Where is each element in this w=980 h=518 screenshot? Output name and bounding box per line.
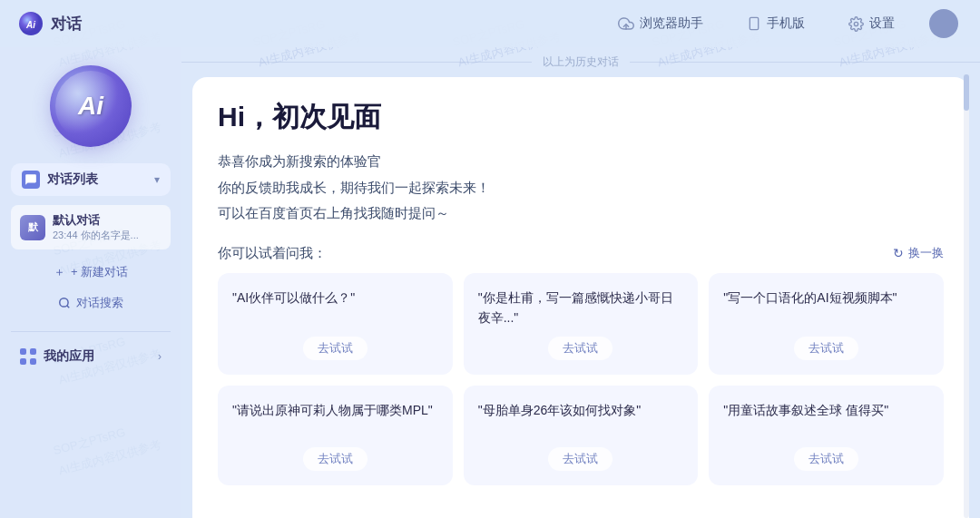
search-conv-button[interactable]: 对话搜索 <box>11 288 171 318</box>
settings-label: 设置 <box>869 15 895 32</box>
suggestion-card-1[interactable]: "你是杜甫，写一篇感慨快递小哥日夜辛..." 去试试 <box>464 273 699 376</box>
suggestion-card-3[interactable]: "请说出原神可莉人物属于哪类MPL" 去试试 <box>218 386 453 485</box>
search-conv-label: 对话搜索 <box>76 295 123 311</box>
main-layout: Ai 对话列表 ▾ 默 默认对话 23:44 你的 <box>0 47 980 518</box>
mobile-version-label: 手机版 <box>767 15 805 32</box>
gear-icon <box>848 16 864 32</box>
browser-helper-button[interactable]: 浏览器助手 <box>609 11 712 36</box>
plus-icon: ＋ <box>54 264 65 280</box>
suggestion-text-3: "请说出原神可莉人物属于哪类MPL" <box>232 400 433 438</box>
refresh-button[interactable]: ↻ 换一换 <box>893 245 944 261</box>
conv-list-button[interactable]: 对话列表 ▾ <box>11 163 171 196</box>
sidebar-divider <box>11 331 171 332</box>
suggestion-grid: "AI伙伴可以做什么？" 去试试 "你是杜甫，写一篇感慨快递小哥日夜辛..." … <box>218 273 944 486</box>
suggestion-text-4: "母胎单身26年该如何找对象" <box>478 400 642 438</box>
user-avatar[interactable] <box>929 9 958 38</box>
svg-point-6 <box>60 298 68 307</box>
default-conv-title: 默认对话 <box>53 212 162 229</box>
suggestion-card-2[interactable]: "写一个口语化的AI短视频脚本" 去试试 <box>709 273 944 376</box>
cloud-icon <box>618 15 634 32</box>
history-divider: 以上为历史对话 <box>181 47 980 77</box>
svg-rect-3 <box>750 17 758 29</box>
header: Ai 对话 浏览器助手 手机版 设置 <box>0 0 980 47</box>
scrollbar-track[interactable] <box>964 74 969 518</box>
chat-content: Hi，初次见面 恭喜你成为新搜索的体验官 你的反馈助我成长，期待我们一起探索未来… <box>192 77 969 518</box>
header-right: 浏览器助手 手机版 设置 <box>609 9 958 38</box>
default-conv-preview: 23:44 你的名字是... <box>53 229 162 242</box>
scrollbar-thumb[interactable] <box>964 74 969 111</box>
try-label-row: 你可以试着问我： ↻ 换一换 <box>218 245 944 262</box>
welcome-desc: 恭喜你成为新搜索的体验官 你的反馈助我成长，期待我们一起探索未来！ 可以在百度首… <box>218 149 944 227</box>
browser-helper-label: 浏览器助手 <box>640 15 703 32</box>
try-label: 你可以试着问我： <box>218 245 327 262</box>
try-btn-5[interactable]: 去试试 <box>794 447 858 471</box>
welcome-line-2: 你的反馈助我成长，期待我们一起探索未来！ <box>218 175 944 201</box>
header-left: Ai 对话 <box>18 11 82 36</box>
svg-text:Ai: Ai <box>25 20 35 30</box>
search-icon <box>58 297 71 309</box>
header-title: 对话 <box>51 14 82 34</box>
try-btn-2[interactable]: 去试试 <box>794 337 858 360</box>
welcome-line-1: 恭喜你成为新搜索的体验官 <box>218 149 944 175</box>
mobile-version-button[interactable]: 手机版 <box>738 11 814 36</box>
refresh-label: 换一换 <box>908 245 944 261</box>
chevron-right-icon: › <box>158 350 162 363</box>
try-btn-3[interactable]: 去试试 <box>303 447 368 471</box>
suggestion-text-5: "用童话故事叙述全球 值得买" <box>723 400 888 438</box>
suggestion-text-2: "写一个口语化的AI短视频脚本" <box>723 288 897 328</box>
apps-grid-icon <box>20 348 36 365</box>
conv-list-label: 对话列表 <box>47 171 98 188</box>
new-conv-button[interactable]: ＋ + 新建对话 <box>11 257 171 288</box>
content-area: 以上为历史对话 Hi，初次见面 恭喜你成为新搜索的体验官 你的反馈助我成长，期待… <box>181 47 980 518</box>
settings-button[interactable]: 设置 <box>839 11 904 36</box>
try-btn-1[interactable]: 去试试 <box>548 337 612 360</box>
default-conv-avatar: 默 <box>20 215 45 240</box>
svg-point-5 <box>854 22 858 25</box>
chevron-down-icon: ▾ <box>154 173 160 186</box>
my-apps-label: 我的应用 <box>44 348 94 365</box>
suggestion-text-1: "你是杜甫，写一篇感慨快递小哥日夜辛..." <box>478 288 684 328</box>
mobile-icon <box>747 15 761 32</box>
header-ai-logo-icon: Ai <box>18 11 44 36</box>
suggestion-card-5[interactable]: "用童话故事叙述全球 值得买" 去试试 <box>709 386 944 485</box>
svg-line-7 <box>67 306 70 308</box>
refresh-icon: ↻ <box>893 246 904 260</box>
new-conv-label: + 新建对话 <box>71 264 128 280</box>
try-btn-0[interactable]: 去试试 <box>303 337 368 360</box>
sidebar-ai-logo-text: Ai <box>78 92 103 121</box>
welcome-title: Hi，初次见面 <box>218 99 944 136</box>
my-apps-button[interactable]: 我的应用 › <box>11 341 171 372</box>
suggestion-card-4[interactable]: "母胎单身26年该如何找对象" 去试试 <box>464 386 699 485</box>
suggestion-card-0[interactable]: "AI伙伴可以做什么？" 去试试 <box>218 273 453 376</box>
default-conv-item[interactable]: 默 默认对话 23:44 你的名字是... <box>11 205 171 249</box>
chat-bubble-icon <box>22 171 40 189</box>
try-btn-4[interactable]: 去试试 <box>548 447 612 471</box>
history-label: 以上为历史对话 <box>543 54 619 70</box>
sidebar-ai-logo: Ai <box>50 65 132 147</box>
suggestion-text-0: "AI伙伴可以做什么？" <box>232 288 355 328</box>
welcome-line-3: 可以在百度首页右上角找我随时提问～ <box>218 200 944 227</box>
sidebar: Ai 对话列表 ▾ 默 默认对话 23:44 你的 <box>0 47 181 518</box>
